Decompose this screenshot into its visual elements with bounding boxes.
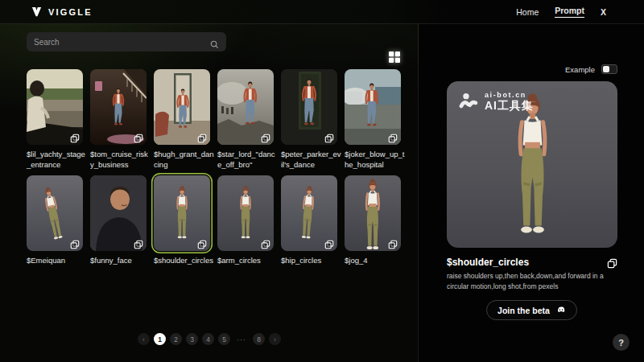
nav-home[interactable]: Home (516, 7, 539, 17)
copy-icon[interactable] (134, 238, 143, 248)
search-icon[interactable] (210, 38, 219, 47)
search-bar (27, 32, 226, 51)
copy-icon[interactable] (197, 132, 207, 142)
template-name: $lil_yachty_stage_entrance (27, 150, 88, 170)
ai-bot-logo-icon (458, 92, 479, 113)
join-beta-button[interactable]: Join the beta (486, 300, 577, 320)
template-card: $hip_circles (281, 175, 337, 266)
page-next-button[interactable]: › (269, 333, 281, 345)
template-thumbnail[interactable] (27, 175, 83, 251)
template-thumbnail[interactable] (154, 69, 210, 145)
template-thumbnail[interactable] (90, 175, 147, 251)
topbar: VIGGLE Home Prompt X (0, 0, 644, 24)
template-card: $tom_cruise_risky_business (90, 69, 147, 170)
brand-logo[interactable]: VIGGLE (31, 6, 93, 18)
copy-icon[interactable] (324, 132, 334, 142)
join-beta-label: Join the beta (497, 306, 550, 315)
page-button-2[interactable]: 2 (170, 333, 182, 345)
page-button-1[interactable]: 1 (154, 333, 166, 345)
template-thumbnail[interactable] (281, 175, 337, 251)
detail-title-row: $shoulder_circles (447, 257, 617, 268)
template-name: $shoulder_circles (154, 256, 215, 266)
nav-prompt[interactable]: Prompt (555, 6, 584, 18)
template-thumbnail[interactable] (217, 175, 274, 251)
watermark: ai-bot.cn AI工具集 (458, 91, 534, 113)
template-name: $jog_4 (345, 256, 406, 266)
template-thumbnail[interactable] (217, 69, 274, 145)
join-beta-row: Join the beta (419, 300, 644, 320)
template-name: $funny_face (90, 256, 151, 266)
watermark-domain: ai-bot.cn (485, 91, 534, 99)
grid-view-icon[interactable] (388, 51, 401, 64)
brand-name: VIGGLE (48, 7, 93, 17)
watermark-cjk: AI工具集 (485, 99, 534, 113)
copy-icon[interactable] (197, 238, 207, 248)
template-thumbnail[interactable] (27, 69, 83, 145)
template-card: $peter_parker_evil's_dance (281, 69, 337, 170)
template-card: $Emeiquan (27, 175, 83, 266)
copy-icon[interactable] (324, 238, 334, 248)
template-card: $arm_circles (217, 175, 274, 266)
template-thumbnail[interactable] (345, 175, 401, 251)
template-card: $jog_4 (345, 175, 401, 266)
copy-icon[interactable] (607, 257, 617, 268)
template-card-selected: $shoulder_circles (154, 175, 210, 266)
template-card: $hugh_grant_dancing (154, 69, 210, 170)
template-card: $star_lord_"dance_off_bro" (217, 69, 274, 170)
template-name: $joker_blow_up_the_hospital (345, 150, 406, 170)
copy-icon[interactable] (70, 132, 80, 142)
template-name: $arm_circles (217, 256, 279, 266)
page-button-5[interactable]: 5 (218, 333, 230, 345)
template-gallery-panel: $lil_yachty_stage_entrance $tom_cruise_r… (0, 24, 419, 362)
example-toggle[interactable] (601, 64, 617, 74)
template-thumbnail[interactable] (90, 69, 147, 145)
template-name: $peter_parker_evil's_dance (281, 150, 342, 170)
template-detail-panel: Example ai-bot.cn AI工具集 (419, 24, 644, 362)
template-name: $Emeiquan (27, 256, 88, 266)
detail-title: $shoulder_circles (447, 257, 529, 268)
template-name: $hugh_grant_dancing (154, 150, 215, 170)
viggle-app: VIGGLE Home Prompt X (0, 0, 644, 362)
page-ellipsis: ··· (234, 333, 249, 345)
page-button-8[interactable]: 8 (253, 333, 265, 345)
page-button-4[interactable]: 4 (202, 333, 214, 345)
template-card: $funny_face (90, 175, 147, 266)
search-input[interactable] (34, 38, 210, 47)
copy-icon[interactable] (134, 132, 143, 142)
discord-icon (555, 305, 566, 315)
example-toggle-row: Example (565, 64, 617, 74)
template-thumbnail[interactable] (345, 69, 401, 145)
detail-description: raise shoulders up,then back,down,and fo… (447, 271, 621, 292)
copy-icon[interactable] (388, 132, 398, 142)
page-button-3[interactable]: 3 (186, 333, 198, 345)
copy-icon[interactable] (261, 238, 270, 248)
copy-icon[interactable] (70, 238, 80, 248)
copy-icon[interactable] (261, 132, 270, 142)
template-name: $hip_circles (281, 256, 342, 266)
nav-x-link[interactable]: X (601, 7, 606, 17)
page-prev-button[interactable]: ‹ (138, 333, 150, 345)
example-label: Example (565, 65, 595, 74)
template-thumbnail[interactable] (281, 69, 337, 145)
template-name: $star_lord_"dance_off_bro" (217, 150, 279, 170)
pagination: ‹ 1 2 3 4 5 ··· 8 › (0, 333, 419, 345)
preview-card[interactable]: ai-bot.cn AI工具集 (447, 81, 617, 248)
copy-icon[interactable] (388, 238, 398, 248)
template-card: $lil_yachty_stage_entrance (27, 69, 83, 170)
help-button[interactable]: ? (613, 334, 630, 351)
viggle-logo-icon (31, 6, 43, 18)
top-navigation: Home Prompt X (516, 6, 606, 18)
template-card: $joker_blow_up_the_hospital (345, 69, 401, 170)
template-thumbnail[interactable] (154, 175, 210, 251)
template-name: $tom_cruise_risky_business (90, 150, 151, 170)
